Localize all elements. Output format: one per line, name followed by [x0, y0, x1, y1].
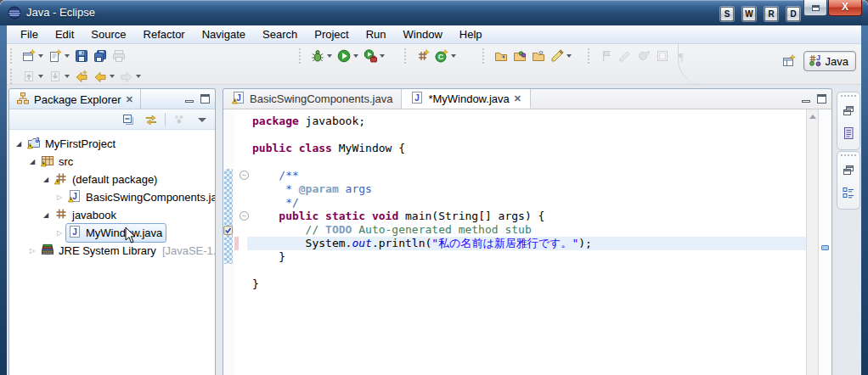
- tree-item-myfirstproject[interactable]: ◢JMyFirstProject: [9, 135, 215, 153]
- collapse-icon[interactable]: ◢: [13, 140, 25, 148]
- menu-item-source[interactable]: Source: [82, 26, 134, 42]
- menu-item-navigate[interactable]: Navigate: [194, 26, 254, 42]
- open-perspective-button[interactable]: [780, 52, 798, 70]
- menu-item-file[interactable]: File: [12, 26, 47, 42]
- todo-task-marker-icon[interactable]: [223, 224, 235, 236]
- view-menu-button[interactable]: [193, 110, 211, 129]
- fold-collapse-icon[interactable]: −: [240, 171, 249, 180]
- menu-item-help[interactable]: Help: [451, 26, 491, 42]
- code-line[interactable]: * @param args: [252, 182, 592, 196]
- restore-view-button[interactable]: [842, 102, 855, 124]
- drag-handle[interactable]: [841, 95, 856, 98]
- dropdown-arrow-icon[interactable]: [38, 75, 43, 78]
- debug-button[interactable]: [308, 47, 335, 65]
- open-repository-button[interactable]: [529, 47, 548, 65]
- tree-item-src[interactable]: ◢src: [9, 153, 215, 171]
- focus-on-task-button[interactable]: [170, 110, 189, 129]
- highlight-button[interactable]: [548, 47, 574, 65]
- minimize-view-button[interactable]: [185, 100, 194, 103]
- dropdown-arrow-icon[interactable]: [327, 54, 332, 58]
- menu-item-run[interactable]: Run: [358, 26, 395, 42]
- tree-item-default-package[interactable]: ◢(default package): [9, 171, 215, 188]
- overview-ruler[interactable]: [818, 109, 831, 375]
- java-perspective-button[interactable]: J Java: [803, 51, 856, 71]
- menu-item-project[interactable]: Project: [306, 26, 357, 42]
- previous-annotation-button[interactable]: [20, 67, 46, 86]
- editor-vertical-scrollbar[interactable]: [806, 109, 818, 375]
- scroll-up-icon[interactable]: [809, 115, 816, 119]
- open-task-button[interactable]: [492, 47, 510, 65]
- last-edit-location-button[interactable]: [72, 67, 91, 86]
- save-button[interactable]: [72, 47, 91, 65]
- title-bar[interactable]: Java - Eclipse SWRD X: [0, 0, 868, 25]
- collapse-icon[interactable]: ◢: [40, 211, 52, 219]
- show-source-button[interactable]: [653, 47, 672, 65]
- dropdown-arrow-icon[interactable]: [566, 54, 572, 58]
- overview-occurrence-marker[interactable]: [821, 245, 829, 250]
- collapse-icon[interactable]: ◢: [40, 176, 52, 183]
- fold-collapse-icon[interactable]: −: [240, 211, 249, 221]
- drag-handle[interactable]: [841, 154, 856, 158]
- expand-icon[interactable]: ▷: [54, 229, 65, 237]
- back-button[interactable]: [91, 67, 117, 86]
- code-line[interactable]: }: [252, 277, 592, 291]
- collapse-all-button[interactable]: [119, 110, 138, 129]
- format-button[interactable]: [616, 47, 634, 65]
- extra-button-d[interactable]: D: [786, 7, 800, 21]
- close-window-button[interactable]: X: [828, 0, 862, 16]
- code-line[interactable]: [252, 264, 592, 277]
- tree-item-javabook[interactable]: ◢javabook: [9, 206, 215, 224]
- code-line[interactable]: package javabook;: [252, 115, 592, 128]
- code-line[interactable]: public class MyWindow {: [252, 142, 592, 155]
- expand-icon[interactable]: ▷: [54, 193, 65, 201]
- menu-item-window[interactable]: Window: [395, 26, 451, 42]
- tree-item-basicswingcomponents-java[interactable]: ▷JBasicSwingComponents.java: [9, 188, 215, 206]
- maximize-view-button[interactable]: [200, 94, 210, 104]
- extra-button-r[interactable]: R: [764, 7, 778, 21]
- maximize-editor-button[interactable]: [817, 94, 826, 104]
- restore-window-button[interactable]: [803, 0, 827, 16]
- editor-tab-mywindow-java[interactable]: J*MyWindow.java✕: [402, 89, 531, 109]
- tree-item-jre-system-library[interactable]: ▷JRE System Library[JavaSE-1.6]: [9, 242, 215, 260]
- code-line[interactable]: */: [252, 196, 592, 210]
- extra-button-s[interactable]: S: [720, 7, 734, 21]
- new-java-project-button[interactable]: [414, 47, 432, 65]
- dropdown-arrow-icon[interactable]: [353, 54, 358, 58]
- forward-button[interactable]: [117, 67, 144, 86]
- dropdown-arrow-icon[interactable]: [65, 75, 70, 78]
- print-button[interactable]: [110, 47, 128, 65]
- tree-item-mywindow-java[interactable]: ▷JMyWindow.java: [9, 224, 215, 242]
- editor-body[interactable]: package javabook;public class MyWindow {…: [223, 109, 831, 375]
- new-button[interactable]: [20, 47, 46, 65]
- next-annotation-button[interactable]: [46, 67, 72, 86]
- task-list-view-button[interactable]: [842, 124, 855, 146]
- code-text[interactable]: package javabook;public class MyWindow {…: [252, 115, 592, 291]
- externalize-strings-button[interactable]: [634, 47, 653, 65]
- save-all-button[interactable]: [91, 47, 110, 65]
- dropdown-arrow-icon[interactable]: [110, 75, 115, 78]
- dropdown-arrow-icon[interactable]: [65, 54, 70, 58]
- code-line[interactable]: }: [252, 250, 592, 264]
- code-line[interactable]: // TODO Auto-generated method stub: [252, 223, 592, 237]
- close-editor-icon[interactable]: ✕: [514, 93, 521, 104]
- new-class-button[interactable]: C: [432, 47, 459, 65]
- code-line[interactable]: [252, 128, 592, 142]
- expand-icon[interactable]: ▷: [26, 247, 38, 255]
- run-button[interactable]: [335, 47, 361, 65]
- menu-item-refactor[interactable]: Refactor: [135, 26, 194, 42]
- dropdown-arrow-icon[interactable]: [136, 75, 141, 78]
- external-tools-button[interactable]: [361, 47, 387, 65]
- toggle-mark-occurrences-button[interactable]: [597, 47, 616, 65]
- code-line[interactable]: public static void main(String[] args) {: [252, 210, 592, 223]
- menu-item-edit[interactable]: Edit: [47, 26, 82, 42]
- menu-item-search[interactable]: Search: [254, 26, 306, 42]
- collapse-icon[interactable]: ◢: [26, 158, 38, 165]
- minimize-editor-button[interactable]: [802, 100, 810, 103]
- close-view-icon[interactable]: ✕: [126, 94, 133, 105]
- package-explorer-tab[interactable]: Package Explorer ✕: [9, 89, 141, 109]
- code-line[interactable]: System.out.println("私の名前は新居雅行です。");: [252, 237, 592, 250]
- link-with-editor-button[interactable]: [142, 110, 161, 129]
- new-java-button[interactable]: [46, 47, 72, 65]
- dropdown-arrow-icon[interactable]: [451, 54, 456, 58]
- code-line[interactable]: /**: [252, 169, 592, 182]
